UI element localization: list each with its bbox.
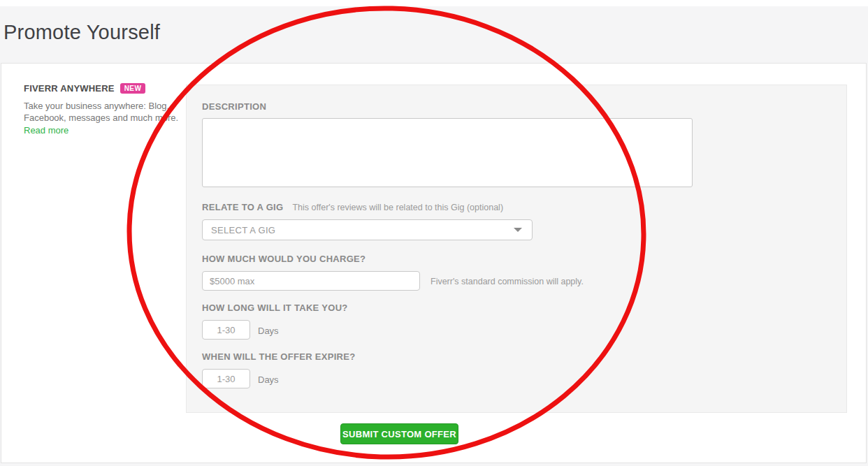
- expire-unit-label: Days: [258, 374, 279, 385]
- page-title: Promote Yourself: [3, 21, 160, 44]
- description-textarea[interactable]: [202, 118, 693, 187]
- duration-input[interactable]: [202, 320, 250, 340]
- duration-unit-label: Days: [258, 326, 279, 336]
- expire-label: WHEN WILL THE OFFER EXPIRE?: [202, 351, 355, 362]
- submit-custom-offer-button[interactable]: SUBMIT CUSTOM OFFER: [340, 423, 458, 444]
- sidebar-description: Take your business anywhere: Blog, Faceb…: [24, 100, 186, 124]
- charge-label: HOW MUCH WOULD YOU CHARGE?: [202, 254, 366, 264]
- description-label: DESCRIPTION: [202, 101, 266, 112]
- duration-label: HOW LONG WILL IT TAKE YOU?: [202, 303, 348, 313]
- chevron-down-icon: [514, 228, 522, 232]
- fiverr-anywhere-sidebar: FIVERR ANYWHERE NEW Take your business a…: [24, 83, 185, 136]
- charge-input[interactable]: [202, 271, 420, 291]
- expire-input[interactable]: [202, 369, 250, 388]
- relate-gig-helper: This offer's reviews will be related to …: [292, 203, 503, 212]
- commission-helper: Fiverr's standard commission will apply.: [431, 277, 584, 286]
- sidebar-heading-row: FIVERR ANYWHERE NEW: [24, 83, 185, 94]
- relate-gig-label: RELATE TO A GIG: [202, 202, 283, 212]
- new-badge: NEW: [120, 83, 146, 94]
- top-strip: [0, 0, 868, 6]
- sidebar-heading: FIVERR ANYWHERE: [24, 83, 115, 94]
- content-card: FIVERR ANYWHERE NEW Take your business a…: [1, 63, 867, 463]
- relate-gig-row: RELATE TO A GIG This offer's reviews wil…: [202, 202, 503, 212]
- select-gig-value: SELECT A GIG: [203, 225, 514, 235]
- select-gig-dropdown[interactable]: SELECT A GIG: [202, 219, 533, 240]
- custom-offer-form-panel: DESCRIPTION RELATE TO A GIG This offer's…: [186, 85, 847, 413]
- read-more-link[interactable]: Read more: [24, 125, 68, 136]
